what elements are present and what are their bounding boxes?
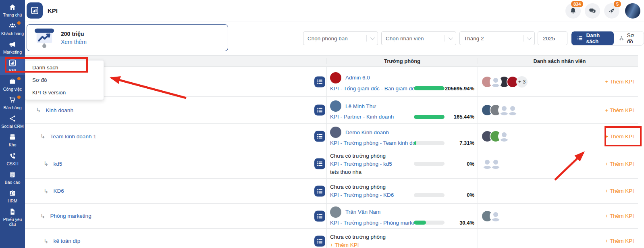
- leader-name-link[interactable]: Trần Văn Nam: [345, 209, 380, 215]
- employee-avatars: [481, 104, 519, 116]
- employee-avatar-placeholder[interactable]: [498, 130, 510, 142]
- menu-item-so-do[interactable]: Sơ đồ: [25, 74, 104, 86]
- sidebar-item-kpi[interactable]: KPI: [0, 56, 25, 75]
- table-row: ↳KD6 Chưa có trưởng phòng KPI - Trưởng p…: [25, 179, 638, 204]
- row-menu-button[interactable]: [314, 185, 325, 196]
- employee-select[interactable]: Chọn nhân viên: [381, 31, 456, 45]
- sidebar-item-trang-chu[interactable]: Trang chủ: [0, 1, 25, 19]
- add-kpi-link[interactable]: + Thêm KPI: [605, 188, 638, 194]
- notification-dot: [17, 77, 21, 80]
- sidebar-item-ban-hang[interactable]: Bán hàng: [0, 94, 25, 112]
- add-kpi-link[interactable]: + Thêm KPI: [605, 213, 638, 219]
- employee-avatar-placeholder[interactable]: [490, 210, 502, 222]
- see-more-link[interactable]: Xem thêm: [61, 39, 87, 45]
- user-avatar[interactable]: [625, 3, 640, 19]
- department-link[interactable]: Team kinh doanh 1: [50, 133, 96, 140]
- sidebar-item-bao-cao[interactable]: Báo cáo: [0, 168, 25, 187]
- progress-bar: [414, 115, 445, 119]
- kpi-link[interactable]: KPI - Trưởng phòng - kd5: [330, 161, 414, 167]
- leader-name-link[interactable]: Lê Minh Thư: [345, 103, 376, 109]
- sidebar: Trang chủ Khách hàng Marketing KPI Công …: [0, 0, 25, 248]
- add-kpi-link-highlighted[interactable]: + Thêm KPI: [605, 133, 638, 140]
- notifications-button[interactable]: 834: [565, 3, 581, 19]
- add-kpi-link[interactable]: + Thêm KPI: [605, 238, 638, 244]
- chevron-down-icon: [449, 35, 453, 40]
- department-link[interactable]: Phòng marketing: [50, 213, 91, 219]
- sidebar-item-phieu-yeu-cau[interactable]: Phiếu yêu cầu: [0, 205, 25, 229]
- row-menu-button[interactable]: [314, 158, 325, 169]
- row-menu-button[interactable]: [314, 76, 325, 87]
- kpi-link[interactable]: KPI - Tổng giám đốc - Ban giám đốc: [330, 85, 414, 92]
- progress-bar: [414, 221, 445, 225]
- kpi-link[interactable]: KPI - Trưởng phòng - Team kinh doanh 1: [330, 140, 414, 146]
- progress-percent: 30.4%: [445, 220, 474, 226]
- tree-branch-icon: ↳: [44, 238, 49, 245]
- row-menu-button[interactable]: [314, 210, 325, 221]
- kpi-submenu: Danh sách Sơ đồ KPI G version: [25, 60, 104, 100]
- kpi-note: tets thuo nha: [330, 169, 474, 175]
- employee-avatar-placeholder[interactable]: [490, 158, 502, 170]
- kpi-link[interactable]: KPI - Partner - Kinh doanh: [330, 114, 414, 120]
- boost-count-badge: 5: [614, 1, 621, 7]
- view-list-button[interactable]: Danh sách: [571, 31, 614, 45]
- leader-avatar: [330, 72, 341, 83]
- table-row: Admin 6.0 KPI - Tổng giám đốc - Ban giám…: [25, 67, 638, 97]
- no-leader-text: Chưa có trưởng phòng: [330, 234, 474, 240]
- department-link[interactable]: kế toán dtp: [54, 238, 81, 244]
- employee-avatars: [481, 130, 510, 142]
- employee-avatars: [481, 158, 502, 170]
- add-kpi-link[interactable]: + Thêm KPI: [605, 79, 638, 85]
- topbar: KPI 834 5: [25, 0, 644, 21]
- row-menu-button[interactable]: [314, 131, 325, 142]
- tree-branch-icon: ↳: [36, 106, 41, 114]
- sidebar-item-cskh[interactable]: CSKH: [0, 150, 25, 168]
- department-link[interactable]: KD6: [54, 188, 64, 194]
- kpi-summary-card[interactable]: 200 triệu Xem thêm: [27, 24, 228, 51]
- add-kpi-link[interactable]: + Thêm KPI: [605, 161, 638, 167]
- kpi-link[interactable]: KPI - Trưởng phòng - KD6: [330, 192, 414, 198]
- menu-item-kpi-g-version[interactable]: KPI G version: [25, 86, 104, 99]
- kpi-link[interactable]: KPI - Trưởng phòng - Phòng marketing: [330, 220, 414, 226]
- row-menu-button[interactable]: [314, 105, 325, 116]
- chevron-down-icon: [527, 35, 532, 40]
- department-select[interactable]: Chọn phòng ban: [303, 31, 378, 45]
- column-header-employees: Danh sách nhân viên: [533, 58, 586, 64]
- sidebar-item-cong-viec[interactable]: Công việc: [0, 75, 25, 94]
- table-row: ↳Team kinh doanh 1 Demo Kinh doanh KPI -…: [25, 124, 638, 149]
- progress-bar: [414, 86, 445, 90]
- leader-name-link[interactable]: Demo Kinh doanh: [345, 129, 389, 135]
- employee-avatar-placeholder[interactable]: [490, 76, 502, 88]
- briefcase-icon: [8, 77, 17, 85]
- month-select[interactable]: Tháng 2: [459, 31, 535, 45]
- sidebar-item-hrm[interactable]: HRM: [0, 187, 25, 205]
- more-employees-badge[interactable]: + 3: [516, 76, 528, 88]
- home-icon: [8, 3, 17, 11]
- view-orgchart-button[interactable]: Sơ đồ: [614, 31, 644, 45]
- department-link[interactable]: kd5: [54, 161, 62, 167]
- add-kpi-link[interactable]: + Thêm KPI: [330, 242, 474, 248]
- leader-avatar: [330, 206, 341, 218]
- messages-button[interactable]: [585, 3, 600, 19]
- tree-branch-icon: ↳: [40, 133, 46, 140]
- leader-avatar: [330, 100, 341, 112]
- column-header-leader: Trưởng phòng: [384, 58, 420, 64]
- kpi-page: Trang chủ Khách hàng Marketing KPI Công …: [0, 0, 644, 248]
- menu-item-danh-sach[interactable]: Danh sách: [25, 61, 104, 74]
- year-input[interactable]: 2025: [538, 31, 567, 45]
- employee-avatar-placeholder[interactable]: [507, 104, 519, 116]
- sidebar-item-marketing[interactable]: Marketing: [0, 38, 25, 56]
- sidebar-item-khach-hang[interactable]: Khách hàng: [0, 19, 25, 38]
- sidebar-item-social-crm[interactable]: Social CRM: [0, 112, 25, 131]
- tree-branch-icon: ↳: [40, 213, 46, 220]
- row-menu-button[interactable]: [314, 235, 325, 246]
- kpi-table: Trưởng phòng Danh sách nhân viên Admin 6…: [25, 55, 638, 248]
- chevron-down-icon: [370, 35, 375, 40]
- leader-name-link[interactable]: Admin 6.0: [345, 75, 370, 81]
- no-leader-text: Chưa có trưởng phòng: [330, 184, 474, 190]
- boost-button[interactable]: 5: [604, 3, 619, 19]
- progress-percent: 0%: [445, 161, 474, 167]
- department-link[interactable]: Kinh doanh: [46, 107, 73, 113]
- add-kpi-link[interactable]: + Thêm KPI: [605, 107, 638, 113]
- sidebar-item-kho[interactable]: Kho: [0, 131, 25, 149]
- tree-branch-icon: ↳: [44, 188, 49, 195]
